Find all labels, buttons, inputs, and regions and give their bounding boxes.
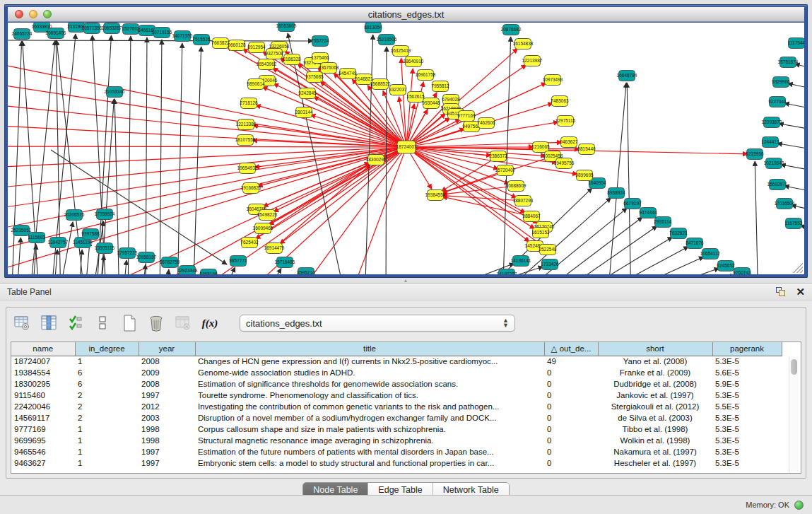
graph-node[interactable]: 7485063 xyxy=(551,96,569,107)
edge[interactable] xyxy=(8,146,406,147)
graph-node[interactable]: 9463627 xyxy=(560,137,578,148)
edge[interactable] xyxy=(8,147,406,168)
graph-node[interactable]: 2386372 xyxy=(489,151,507,162)
graph-node[interactable]: 10653287 xyxy=(102,23,122,34)
graph-node[interactable]: 7462606 xyxy=(477,118,495,129)
minimize-window-icon[interactable] xyxy=(29,10,37,18)
edge[interactable] xyxy=(777,144,804,152)
column-header-pagerank[interactable]: pagerank xyxy=(712,342,782,356)
graph-node[interactable]: 2935114 xyxy=(654,217,672,228)
graph-node[interactable]: 12213987 xyxy=(522,56,543,66)
graph-node[interactable]: 17359924 xyxy=(95,209,115,220)
graph-node[interactable]: 15751874 xyxy=(778,57,799,68)
edge[interactable] xyxy=(788,83,804,92)
graph-node[interactable]: 9930448 xyxy=(422,98,440,109)
graph-node[interactable]: 20571356 xyxy=(82,23,102,34)
column-header-out_de[interactable]: △ out_de... xyxy=(544,342,598,356)
close-panel-icon[interactable]: ✕ xyxy=(796,287,805,297)
edge[interactable] xyxy=(792,205,804,214)
graph-node[interactable]: 13942757 xyxy=(48,238,69,248)
edge[interactable] xyxy=(560,237,672,274)
graph-node[interactable]: 10958187 xyxy=(136,252,157,263)
table-row[interactable]: 969969511998Structural magnetic resonanc… xyxy=(11,435,782,446)
column-header-name[interactable]: name xyxy=(11,342,75,356)
edge[interactable] xyxy=(423,267,543,274)
graph-node[interactable]: 9660128 xyxy=(228,40,246,51)
graph-node[interactable]: 1244413 xyxy=(761,137,779,148)
graph-node[interactable]: 8454749 xyxy=(339,69,357,79)
table-row[interactable]: 1872400712008Changes of HCN gene express… xyxy=(11,356,782,367)
graph-node[interactable]: 7663822 xyxy=(211,38,230,49)
graph-node[interactable]: 9329966 xyxy=(772,77,790,88)
graph-node[interactable]: 8595214 xyxy=(297,268,315,275)
scrollbar-thumb[interactable] xyxy=(791,359,797,375)
edge[interactable] xyxy=(779,124,804,132)
graph-node[interactable]: 1375466 xyxy=(311,53,329,64)
graph-node[interactable]: 12093873 xyxy=(762,117,782,128)
graph-node[interactable]: 16914479 xyxy=(264,243,285,254)
table-row[interactable]: 1938455462009Genome-wide association stu… xyxy=(11,367,782,378)
new-table-icon[interactable] xyxy=(119,313,139,333)
graph-node[interactable]: 7515526 xyxy=(192,35,211,45)
graph-node[interactable]: 7955812 xyxy=(431,81,449,92)
edge[interactable] xyxy=(347,147,406,274)
graph-node[interactable]: 15716485 xyxy=(275,257,295,268)
column-header-year[interactable]: year xyxy=(139,342,195,356)
graph-node[interactable]: 16154838 xyxy=(513,39,534,49)
graph-node[interactable]: 1615152 xyxy=(531,228,550,238)
edge[interactable] xyxy=(165,269,169,274)
graph-node[interactable]: 1527602 xyxy=(122,24,140,35)
graph-node[interactable]: 15498223 xyxy=(257,210,278,221)
edge[interactable] xyxy=(442,156,498,192)
graph-node[interactable]: 9777169 xyxy=(457,111,476,122)
edge[interactable] xyxy=(259,269,281,274)
graph-node[interactable]: 1733426 xyxy=(541,259,559,270)
graph-node[interactable]: 15218506 xyxy=(377,35,397,45)
graph-node[interactable]: 14671355 xyxy=(172,31,193,42)
graph-node[interactable]: 9242845 xyxy=(298,88,317,99)
edge[interactable] xyxy=(114,99,119,274)
graph-node[interactable]: 7625402 xyxy=(240,238,259,248)
graph-node[interactable]: 10210643 xyxy=(764,158,784,169)
edge[interactable] xyxy=(406,83,546,147)
edge[interactable] xyxy=(16,238,20,274)
graph-node[interactable]: 21053346 xyxy=(105,87,125,98)
edge[interactable] xyxy=(442,196,523,201)
table-row[interactable]: 2242004622012Investigating the contribut… xyxy=(11,401,782,412)
column-header-in_degree[interactable]: in_degree xyxy=(75,342,139,356)
graph-node[interactable]: 16648784 xyxy=(617,71,637,81)
graph-node[interactable]: 16099465 xyxy=(253,223,273,234)
edge[interactable] xyxy=(177,43,182,274)
memory-status-icon[interactable] xyxy=(794,501,804,510)
graph-node[interactable]: 16543962 xyxy=(257,59,277,70)
graph-node[interactable]: 20691406 xyxy=(46,28,66,39)
graph-node[interactable]: 20206526 xyxy=(64,210,85,221)
graph-node[interactable]: 8938924 xyxy=(607,188,625,199)
graph-node[interactable]: 6679197 xyxy=(623,199,642,209)
edge[interactable] xyxy=(784,186,804,194)
graph-node[interactable]: 3322037 xyxy=(389,85,407,95)
graph-node[interactable]: 14197287 xyxy=(497,269,517,275)
graph-node[interactable]: 1167553 xyxy=(785,218,803,229)
graph-node[interactable]: 18107554 xyxy=(235,135,256,146)
table-vertical-scrollbar[interactable] xyxy=(789,356,798,473)
graph-node[interactable]: 9884067 xyxy=(522,211,541,222)
close-window-icon[interactable] xyxy=(15,10,23,18)
network-canvas[interactable]: 2405572416033810206914062131904205713561… xyxy=(8,23,804,274)
window-resize-grip[interactable] xyxy=(793,263,803,273)
table-row[interactable]: 946554611997Estimation of the future num… xyxy=(11,446,782,457)
graph-node[interactable]: 19495756 xyxy=(554,158,575,169)
edge[interactable] xyxy=(193,47,201,274)
graph-node[interactable]: 18300295 xyxy=(366,155,387,165)
graph-node[interactable]: 10973493 xyxy=(543,75,563,86)
table-row[interactable]: 946362711997Embryonic stem cells: a mode… xyxy=(11,457,782,469)
column-header-title[interactable]: title xyxy=(195,342,544,356)
graph-node[interactable]: 9227341 xyxy=(768,97,787,107)
graph-node[interactable]: 18724007 xyxy=(396,141,417,153)
graph-node[interactable]: 2522548 xyxy=(539,245,557,255)
graph-node[interactable]: 8912954 xyxy=(247,42,266,53)
show-columns-icon[interactable] xyxy=(39,313,59,333)
graph-node[interactable]: 19654932 xyxy=(237,163,258,174)
graph-node[interactable]: 10654112 xyxy=(700,249,721,259)
graph-node[interactable]: 17957223 xyxy=(117,248,138,259)
